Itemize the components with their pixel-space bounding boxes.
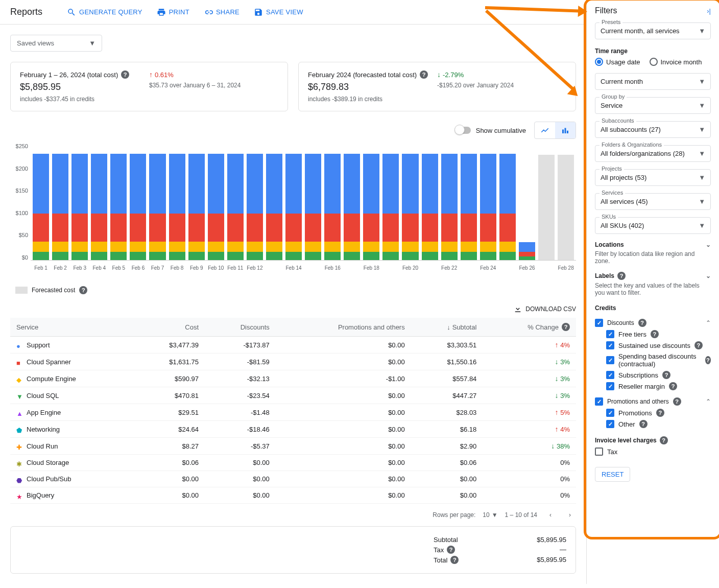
chevron-down-icon: ▼ [699,174,705,181]
collapse-filters-button[interactable]: ›| [707,7,711,15]
chevron-down-icon: ▼ [699,198,705,205]
chart-bar [52,143,68,260]
col-change[interactable]: % Change? [483,318,576,337]
next-page-button[interactable]: › [564,509,576,521]
table-row[interactable]: ⬟Networking$24.64-$18.46$0.00$6.18↑ 4% [10,421,576,438]
table-row[interactable]: ▲App Engine$29.51-$1.48$0.00$28.03↑ 5% [10,404,576,421]
invoice-month-radio[interactable]: Invoice month [650,58,702,66]
chart-bar [538,143,555,260]
forecast-cost-card: February 2024 (forecasted total cost)? $… [298,62,576,111]
help-icon[interactable]: ? [121,70,129,79]
line-chart-icon [540,126,549,135]
chart-bar [324,143,341,260]
reset-button[interactable]: RESET [595,467,630,482]
line-chart-button[interactable] [535,122,555,138]
summary-cards: February 1 – 26, 2024 (total cost)? $5,8… [10,62,576,111]
col-discounts[interactable]: Discounts [205,318,276,337]
credit-checkbox[interactable]: Sustained use discounts? [606,341,711,349]
group-by-select[interactable]: Group by Service▼ [595,97,711,114]
download-csv-button[interactable]: DOWNLOAD CSV [10,304,576,314]
table-row[interactable]: ●Support$3,477.39-$173.87$0.00$3,303.51↑… [10,337,576,354]
actual-delta: ↑0.61% [149,70,278,79]
table-row[interactable]: ✚Cloud Run$8.27-$5.37$0.00$2.90↓ 38% [10,438,576,455]
forecast-amount: $6,789.83 [308,82,437,92]
chevron-down-icon: ▼ [89,39,95,47]
chart-bar [519,143,535,260]
help-icon: ? [638,319,646,327]
saved-views-select[interactable]: Saved views ▼ [10,35,102,52]
help-icon[interactable]: ? [447,546,455,554]
help-icon[interactable]: ? [450,556,459,564]
credit-checkbox[interactable]: Subscriptions? [606,371,711,379]
help-icon: ? [639,420,648,428]
table-row[interactable]: ▼Cloud SQL$470.81-$23.54$0.00$447.27↓ 3% [10,387,576,404]
chart-bar [71,143,88,260]
table-row[interactable]: ★BigQuery$0.00$0.00$0.00$0.000% [10,487,576,504]
bar-chart-button[interactable] [555,122,576,138]
rows-per-page-select[interactable]: 10▼ [483,511,497,519]
invoice-tax-checkbox[interactable]: Tax [595,448,711,456]
help-icon[interactable]: ? [660,436,668,444]
chart-bar [402,143,418,260]
promotions-accordion[interactable]: Promotions and others? ⌃ [595,397,711,406]
chevron-down-icon: ▼ [699,126,705,133]
usage-date-radio[interactable]: Usage date [595,58,640,66]
chart-bar [422,143,438,260]
col-service[interactable]: Service [10,318,133,337]
chart-y-axis: $250$200$150$100$50$0 [10,143,28,261]
projects-select[interactable]: Projects All projects (53)▼ [595,169,711,186]
folders-select[interactable]: Folders & Organizations All folders/orga… [595,145,711,162]
credit-checkbox[interactable]: Free tiers? [606,330,711,338]
help-icon[interactable]: ? [420,70,428,79]
help-icon: ? [617,272,626,280]
save-icon [254,8,263,17]
page-title: Reports [10,7,42,17]
time-range-select[interactable]: Current month▼ [595,73,711,90]
credit-checkbox[interactable]: Spending based discounts (contractual)? [606,352,711,368]
help-icon: ? [694,341,703,349]
filters-title: Filters [595,6,617,15]
table-row[interactable]: ◆Compute Engine$590.97-$32.13-$1.00$557.… [10,370,576,387]
help-icon[interactable]: ? [79,286,87,294]
services-select[interactable]: Services All services (45)▼ [595,193,711,210]
svg-rect-1 [565,128,566,134]
chart-bar [382,143,399,260]
chart-bar [499,143,516,260]
chart-bar [227,143,244,260]
generate-query-button[interactable]: GENERATE QUERY [67,8,142,17]
credit-checkbox[interactable]: Other? [606,420,711,428]
chart-bar [169,143,185,260]
chevron-down-icon: ▼ [699,78,705,85]
col-promo[interactable]: Promotions and others [276,318,411,337]
discounts-accordion[interactable]: Discounts? ⌃ [595,319,711,327]
credit-checkbox[interactable]: Reseller margin? [606,382,711,390]
help-icon: ? [651,330,659,338]
table-row[interactable]: ⬣Cloud Pub/Sub$0.00$0.00$0.00$0.000% [10,471,576,487]
cost-table: Service Cost Discounts Promotions and ot… [10,318,576,504]
print-button[interactable]: PRINT [157,8,189,17]
cost-chart: $250$200$150$100$50$0 Feb 1Feb 2Feb 3Feb… [31,143,576,276]
col-subtotal[interactable]: ↓Subtotal [411,318,483,337]
col-cost[interactable]: Cost [133,318,205,337]
chart-bar [130,143,146,260]
chart-bar [441,143,458,260]
credit-checkbox[interactable]: Promotions? [606,409,711,417]
subaccounts-select[interactable]: Subaccounts All subaccounts (27)▼ [595,121,711,138]
chart-bar [33,143,49,260]
skus-select[interactable]: SKUs All SKUs (402)▼ [595,217,711,234]
svg-rect-2 [567,131,568,133]
chevron-down-icon: ▼ [699,27,705,35]
help-icon: ? [662,371,670,379]
chart-bar [558,143,574,260]
table-row[interactable]: ✱Cloud Storage$0.06$0.00$0.00$0.060% [10,455,576,471]
table-row[interactable]: ■Cloud Spanner$1,631.75-$81.59$0.00$1,55… [10,354,576,370]
presets-select[interactable]: Presets Current month, all services▼ [595,22,711,39]
prev-page-button[interactable]: ‹ [544,509,557,521]
save-view-button[interactable]: SAVE VIEW [254,8,303,17]
cumulative-toggle[interactable]: Show cumulative [457,127,526,134]
query-icon [67,8,76,17]
locations-accordion[interactable]: Locations⌄ [595,241,711,248]
share-button[interactable]: SHARE [204,8,239,17]
chart-bar [305,143,321,260]
labels-accordion[interactable]: Labels?⌄ [595,272,711,280]
